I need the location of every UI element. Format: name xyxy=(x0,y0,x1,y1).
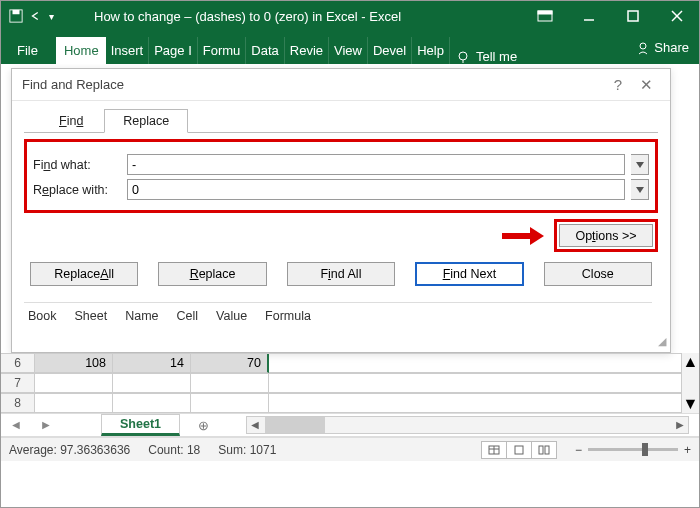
tab-pagelayout[interactable]: Page I xyxy=(149,37,198,64)
find-next-button[interactable]: Find Next xyxy=(415,262,524,286)
titlebar: ▾ How to change – (dashes) to 0 (zero) i… xyxy=(1,1,699,31)
tab-home[interactable]: Home xyxy=(56,37,106,64)
tab-replace[interactable]: Replace xyxy=(104,109,188,133)
zoom-in-button[interactable]: + xyxy=(684,443,691,457)
svg-rect-15 xyxy=(515,446,523,454)
find-replace-dialog: Find and Replace ? ✕ Find Replace Find w… xyxy=(11,68,671,353)
hdr-name[interactable]: Name xyxy=(121,307,172,325)
status-bar: Average: 97.36363636 Count: 18 Sum: 1071… xyxy=(1,437,699,461)
status-sum: Sum: 1071 xyxy=(218,443,276,457)
view-normal-button[interactable] xyxy=(481,441,507,459)
view-pagebreak-button[interactable] xyxy=(531,441,557,459)
inputs-highlight-box: Find what: Replace with: xyxy=(24,139,658,213)
tab-view[interactable]: View xyxy=(329,37,368,64)
svg-rect-11 xyxy=(502,233,530,239)
replace-with-label: Replace with: xyxy=(33,183,121,197)
horizontal-scrollbar[interactable]: ◄ ► xyxy=(246,416,689,434)
svg-rect-1 xyxy=(13,10,20,14)
dialog-tabs: Find Replace xyxy=(12,101,670,133)
scroll-up-icon[interactable]: ▲ xyxy=(682,353,699,371)
row-header-7[interactable]: 7 xyxy=(1,374,35,393)
zoom-out-button[interactable]: − xyxy=(575,443,582,457)
scroll-down-icon[interactable]: ▼ xyxy=(682,395,699,413)
status-average: Average: 97.36363636 xyxy=(9,443,130,457)
replace-with-dropdown[interactable] xyxy=(631,179,649,200)
autosave-icon xyxy=(9,9,23,23)
zoom-slider[interactable]: − + xyxy=(575,443,691,457)
cell-empty[interactable] xyxy=(191,374,269,393)
find-what-label: Find what: xyxy=(33,158,121,172)
sheet-nav-prev[interactable]: ◄ xyxy=(1,418,31,432)
sheet-nav-next[interactable]: ► xyxy=(31,418,61,432)
share-label: Share xyxy=(654,40,689,55)
hdr-cell[interactable]: Cell xyxy=(173,307,213,325)
view-pagelayout-button[interactable] xyxy=(506,441,532,459)
hscroll-left-icon[interactable]: ◄ xyxy=(247,418,263,432)
tellme-search[interactable]: Tell me xyxy=(456,49,517,64)
svg-rect-5 xyxy=(628,11,638,21)
share-button[interactable]: Share xyxy=(636,31,689,64)
tab-data[interactable]: Data xyxy=(246,37,284,64)
tab-developer[interactable]: Devel xyxy=(368,37,412,64)
row-header-6[interactable]: 6 xyxy=(1,354,35,373)
find-all-button[interactable]: Find All xyxy=(287,262,395,286)
dialog-help-button[interactable]: ? xyxy=(604,76,632,93)
undo-icon[interactable] xyxy=(29,9,43,23)
hdr-book[interactable]: Book xyxy=(24,307,71,325)
window-title: How to change – (dashes) to 0 (zero) in … xyxy=(94,9,401,24)
hdr-sheet[interactable]: Sheet xyxy=(71,307,122,325)
tab-review[interactable]: Revie xyxy=(285,37,329,64)
row-header-8[interactable]: 8 xyxy=(1,394,35,413)
dialog-title: Find and Replace xyxy=(22,77,124,92)
replace-all-button[interactable]: Replace All xyxy=(30,262,138,286)
lightbulb-icon xyxy=(456,50,470,64)
tab-file[interactable]: File xyxy=(1,37,56,64)
cell[interactable]: 70 xyxy=(191,354,269,373)
tab-help[interactable]: Help xyxy=(412,37,450,64)
new-sheet-button[interactable]: ⊕ xyxy=(190,415,216,435)
tab-find[interactable]: Find xyxy=(40,109,102,133)
sheet-tab-sheet1[interactable]: Sheet1 xyxy=(101,414,180,436)
hdr-value[interactable]: Value xyxy=(212,307,261,325)
replace-with-input[interactable] xyxy=(127,179,625,200)
tab-formulas[interactable]: Formu xyxy=(198,37,247,64)
cell[interactable]: 108 xyxy=(35,354,113,373)
dialog-close-button[interactable]: ✕ xyxy=(632,76,660,94)
dialog-resize-grip[interactable]: ◢ xyxy=(12,335,670,352)
find-what-input[interactable] xyxy=(127,154,625,175)
options-highlight-box: Options >> xyxy=(554,219,658,252)
cell[interactable]: 14 xyxy=(113,354,191,373)
cell-empty[interactable] xyxy=(113,394,191,413)
cell-empty[interactable] xyxy=(269,394,699,413)
minimize-button[interactable] xyxy=(567,1,611,31)
hscroll-thumb[interactable] xyxy=(265,417,325,433)
close-dialog-button[interactable]: Close xyxy=(544,262,652,286)
options-button[interactable]: Options >> xyxy=(559,224,653,247)
svg-point-10 xyxy=(640,43,646,49)
cell-empty[interactable] xyxy=(113,374,191,393)
cell-empty[interactable] xyxy=(269,354,699,373)
svg-rect-3 xyxy=(538,11,552,14)
find-what-dropdown[interactable] xyxy=(631,154,649,175)
grid-row-8: 8 xyxy=(1,393,699,413)
cell-empty[interactable] xyxy=(35,394,113,413)
annotation-arrow xyxy=(502,227,544,245)
replace-button[interactable]: Replace xyxy=(158,262,266,286)
status-count: Count: 18 xyxy=(148,443,200,457)
qat-more-icon[interactable]: ▾ xyxy=(49,11,54,22)
grid-row-7: 7 xyxy=(1,373,699,393)
hdr-formula[interactable]: Formula xyxy=(261,307,325,325)
tellme-label: Tell me xyxy=(476,49,517,64)
cell-empty[interactable] xyxy=(269,374,699,393)
svg-point-8 xyxy=(459,52,467,60)
sheet-tab-bar: ◄ ► Sheet1 ⊕ ◄ ► xyxy=(1,413,699,437)
tab-insert[interactable]: Insert xyxy=(106,37,150,64)
cell-empty[interactable] xyxy=(35,374,113,393)
hscroll-right-icon[interactable]: ► xyxy=(672,418,688,432)
cell-empty[interactable] xyxy=(191,394,269,413)
maximize-button[interactable] xyxy=(611,1,655,31)
vertical-scrollbar[interactable]: ▲ ▼ xyxy=(681,353,699,413)
zoom-knob[interactable] xyxy=(642,443,648,456)
close-button[interactable] xyxy=(655,1,699,31)
ribbon-display-button[interactable] xyxy=(523,1,567,31)
